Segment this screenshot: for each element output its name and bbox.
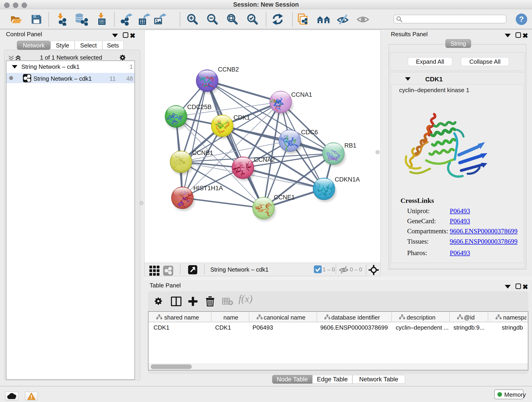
svg-text:CCNE1: CCNE1 (274, 194, 295, 201)
svg-text:CDK1: CDK1 (234, 114, 250, 121)
svg-text:CCNB2: CCNB2 (218, 66, 239, 73)
svg-text:?: ? (519, 15, 524, 23)
svg-text:CDC6: CDC6 (301, 129, 318, 136)
svg-text:CCNA2: CCNA2 (254, 156, 275, 163)
svg-text:CDKN1A: CDKN1A (335, 176, 360, 183)
svg-text:HIST1H1A: HIST1H1A (193, 185, 223, 191)
svg-text:CCNA1: CCNA1 (291, 91, 312, 98)
svg-text:CDC25B: CDC25B (187, 104, 212, 110)
svg-text:CCNB1: CCNB1 (192, 149, 213, 156)
svg-text:RB1: RB1 (344, 142, 356, 149)
